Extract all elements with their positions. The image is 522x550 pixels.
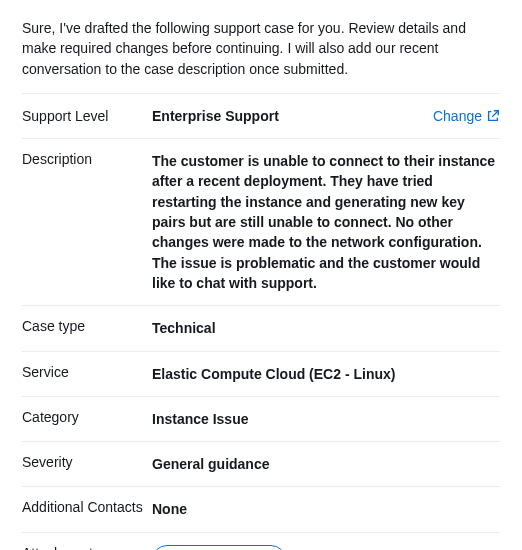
- change-link-label: Change: [433, 108, 482, 124]
- value-service: Elastic Compute Cloud (EC2 - Linux): [152, 364, 500, 384]
- label-additional-contacts: Additional Contacts: [22, 499, 152, 515]
- value-case-type: Technical: [152, 318, 500, 338]
- label-service: Service: [22, 364, 152, 380]
- row-severity: Severity General guidance: [22, 441, 500, 486]
- row-description: Description The customer is unable to co…: [22, 138, 500, 305]
- label-category: Category: [22, 409, 152, 425]
- value-category: Instance Issue: [152, 409, 500, 429]
- label-severity: Severity: [22, 454, 152, 470]
- value-additional-contacts: None: [152, 499, 500, 519]
- row-category: Category Instance Issue: [22, 396, 500, 441]
- attach-files-button[interactable]: Attach Files: [152, 545, 286, 550]
- label-description: Description: [22, 151, 152, 167]
- value-support-level: Enterprise Support: [152, 106, 433, 126]
- row-case-type: Case type Technical: [22, 305, 500, 350]
- label-case-type: Case type: [22, 318, 152, 334]
- label-attachments: Attachments: [22, 545, 152, 550]
- row-attachments: Attachments Attach Files You can attach …: [22, 532, 500, 550]
- row-service: Service Elastic Compute Cloud (EC2 - Lin…: [22, 351, 500, 396]
- external-link-icon: [486, 109, 500, 123]
- intro-text: Sure, I've drafted the following support…: [22, 18, 500, 79]
- label-support-level: Support Level: [22, 108, 152, 124]
- value-description: The customer is unable to connect to the…: [152, 151, 500, 293]
- row-support-level: Support Level Enterprise Support Change: [22, 93, 500, 138]
- row-additional-contacts: Additional Contacts None: [22, 486, 500, 531]
- value-severity: General guidance: [152, 454, 500, 474]
- change-link[interactable]: Change: [433, 108, 500, 124]
